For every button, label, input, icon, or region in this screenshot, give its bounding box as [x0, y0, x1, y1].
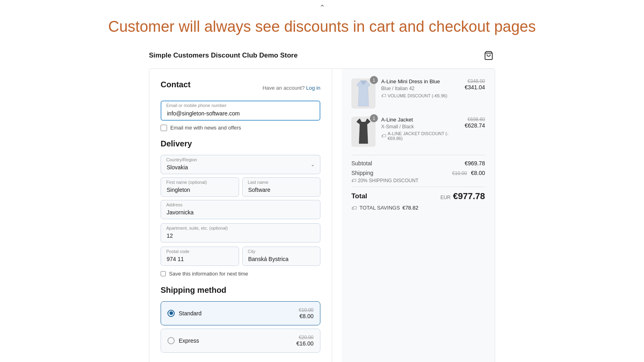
savings-amount: €78.82 [402, 205, 419, 211]
form-panel: Contact Have an account? Log in Email or… [149, 69, 332, 362]
item-1-variant: Blue / Italian 42 [381, 86, 459, 91]
item-1-original-price: €348.00 [464, 78, 485, 84]
express-discounted-price: €16.00 [296, 340, 314, 347]
city-input[interactable] [242, 247, 321, 266]
shipping-final-price: €8.00 [471, 170, 485, 176]
radio-express [167, 337, 175, 344]
item-1-discount-tag: 🏷 VOLUME DISCOUNT (-€6.96) [381, 93, 459, 99]
item-2-final-price: €628.74 [464, 122, 485, 129]
standard-original-price: €10.00 [299, 307, 314, 313]
email-input-wrapper: Email or mobile phone number [161, 101, 320, 121]
city-wrapper: City [242, 247, 321, 266]
address-input[interactable] [161, 200, 320, 219]
express-original-price: €20.00 [296, 335, 314, 340]
radio-dot [169, 311, 173, 315]
save-info-label: Save this information for next time [169, 271, 248, 277]
item-1-name: A-Line Mini Dress in Blue [381, 78, 459, 84]
tag-icon-1: 🏷 [381, 93, 386, 99]
store-header: Simple Customers Discount Club Demo Stor… [149, 44, 495, 68]
save-info-row: Save this information for next time [161, 271, 320, 277]
subtotal-value: €969.78 [464, 160, 485, 167]
postal-city-row: Postal code City [161, 247, 320, 266]
item-2-name: A-Line Jacket [381, 117, 459, 123]
store-title: Simple Customers Discount Club Demo Stor… [149, 51, 297, 60]
email-input[interactable] [161, 101, 320, 121]
savings-label: TOTAL SAVINGS [359, 205, 400, 211]
total-amount: €977.78 [453, 191, 485, 202]
address-wrapper: Address [161, 200, 320, 219]
shipping-summary-row: Shipping €10.00 €8.00 [351, 170, 485, 176]
total-label: Total [351, 192, 367, 200]
shipping-section-title: Shipping method [161, 286, 320, 295]
shipping-option-express[interactable]: Express €20.00 €16.00 [161, 329, 320, 353]
order-item-1: 1 A-Line Mini Dress in Blue Blue / Itali… [351, 78, 485, 109]
summary-divider-1 [351, 155, 485, 155]
summary-panel: 1 A-Line Mini Dress in Blue Blue / Itali… [342, 69, 495, 362]
shipping-option-standard[interactable]: Standard €10.00 €8.00 [161, 301, 320, 325]
last-name-input[interactable] [242, 177, 321, 197]
have-account-text: Have an account? Log in [262, 85, 320, 91]
item-1-badge: 1 [370, 76, 378, 84]
savings-tag-icon: 🏷 [351, 205, 357, 211]
email-newsletter-label: Email me with news and offers [170, 125, 241, 131]
subtotal-row: Subtotal €969.78 [351, 160, 485, 167]
shipping-discount-tag: 🏷 20% SHIPPING DISCOUNT [351, 178, 485, 183]
total-row: Total EUR €977.78 [351, 191, 485, 202]
delivery-section: Delivery Country/Region Slovakia ⌄ First… [161, 139, 320, 277]
postal-input[interactable] [161, 247, 239, 266]
subtotal-label: Subtotal [351, 160, 372, 167]
apt-input[interactable] [161, 223, 320, 243]
delivery-section-title: Delivery [161, 139, 320, 148]
order-item-2: 1 A-Line Jacket X-Small / Black 🏷 A-LINE… [351, 117, 485, 147]
contact-header: Contact Have an account? Log in [161, 80, 320, 96]
item-1-final-price: €341.04 [464, 84, 485, 90]
first-name-wrapper: First name (optional) [161, 177, 239, 197]
country-select[interactable]: Slovakia [161, 155, 320, 174]
item-2-original-price: €698.60 [464, 117, 485, 122]
save-info-checkbox[interactable] [161, 271, 166, 276]
first-name-input[interactable] [161, 177, 239, 197]
item-2-variant: X-Small / Black [381, 124, 459, 130]
radio-standard [167, 310, 175, 317]
scroll-up-chevron[interactable]: ⌃ [0, 0, 644, 14]
express-label: Express [179, 337, 199, 344]
tag-icon-2: 🏷 [381, 133, 386, 139]
page-headline: Customer will always see discounts in ca… [0, 14, 644, 44]
country-select-wrapper: Country/Region Slovakia ⌄ [161, 155, 320, 174]
contact-section-title: Contact [161, 80, 190, 89]
shipping-method-section: Shipping method Standard €10.00 €8.00 [161, 286, 320, 353]
name-row: First name (optional) Last name [161, 177, 320, 197]
main-layout: Contact Have an account? Log in Email or… [149, 68, 495, 362]
item-2-badge: 1 [370, 114, 378, 122]
total-currency: EUR [440, 195, 450, 200]
email-newsletter-checkbox[interactable] [161, 125, 167, 131]
login-link[interactable]: Log in [306, 85, 320, 91]
summary-divider-2 [351, 187, 485, 187]
standard-discounted-price: €8.00 [299, 313, 314, 319]
savings-row: 🏷 TOTAL SAVINGS €78.82 [351, 205, 485, 211]
postal-wrapper: Postal code [161, 247, 239, 266]
email-newsletter-row: Email me with news and offers [161, 125, 320, 131]
cart-button[interactable] [482, 49, 495, 62]
shipping-original-price: €10.00 [452, 171, 467, 176]
standard-label: Standard [179, 310, 202, 317]
shipping-summary-label: Shipping [351, 170, 374, 176]
last-name-wrapper: Last name [242, 177, 321, 197]
shipping-tag-icon: 🏷 [351, 178, 356, 183]
apt-wrapper: Apartment, suite, etc. (optional) [161, 223, 320, 243]
item-2-discount-tag: 🏷 A-LINE JACKET DISCOUNT (-€69.86) [381, 131, 459, 141]
